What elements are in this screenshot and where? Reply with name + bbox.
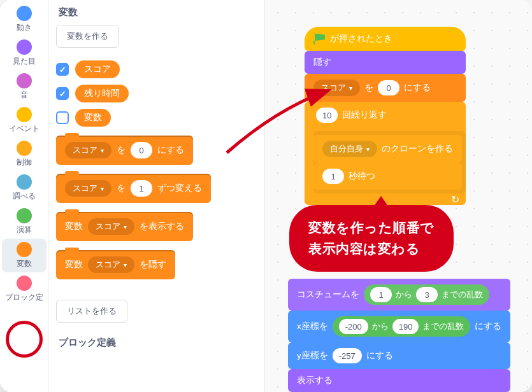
section-header-myblocks: ブロック定義: [59, 337, 257, 349]
make-list-button[interactable]: リストを作る: [56, 300, 127, 323]
block-set-variable[interactable]: スコア を 0 にする: [56, 136, 257, 165]
number-input[interactable]: 0: [131, 142, 152, 158]
block-show[interactable]: 表示する: [288, 369, 510, 392]
block-set-variable[interactable]: スコア を 0 にする: [305, 74, 466, 102]
block-create-clone[interactable]: 自分自身 のクローンを作る: [313, 135, 462, 163]
number-input[interactable]: -257: [333, 348, 362, 363]
variable-chip[interactable]: 変数: [75, 109, 111, 127]
variable-row: ✓ スコア: [56, 60, 257, 78]
block-when-flag-clicked[interactable]: が押されたとき: [305, 27, 466, 51]
block-palette: 変数 変数を作る ✓ スコア ✓ 残り時間 変数 スコア を 0 にする スコア…: [48, 0, 265, 392]
category-sensing[interactable]: 調べる: [2, 171, 47, 205]
variable-dropdown[interactable]: スコア: [313, 80, 360, 96]
variable-chip[interactable]: 残り時間: [75, 85, 129, 102]
category-variables[interactable]: 変数: [2, 239, 47, 272]
loop-arrow-icon: ↻: [451, 193, 459, 200]
block-wait[interactable]: 1 秒待つ: [313, 163, 462, 190]
category-looks[interactable]: 見た目: [2, 36, 47, 70]
category-control[interactable]: 制御: [2, 137, 47, 171]
block-repeat[interactable]: 10 回繰り返す 自分自身 のクローンを作る 1 秒待つ ↻: [305, 102, 466, 205]
number-input[interactable]: 1: [322, 169, 344, 184]
operator-random[interactable]: -200 から 190 までの乱数: [333, 316, 471, 337]
number-input[interactable]: 1: [131, 180, 152, 197]
category-sound[interactable]: 音: [2, 70, 47, 104]
variable-dropdown[interactable]: スコア: [65, 180, 111, 197]
block-show-variable[interactable]: 変数 スコア を表示する: [56, 212, 257, 241]
category-myblocks[interactable]: ブロック定: [2, 272, 47, 306]
category-motion[interactable]: 動き: [2, 3, 47, 36]
category-operators[interactable]: 演算: [2, 205, 47, 239]
variable-checkbox[interactable]: [56, 111, 69, 124]
variable-dropdown[interactable]: スコア: [65, 142, 111, 158]
category-sidebar: 動き 見た目 音 イベント 制御 調べる 演算 変数 ブロック定: [0, 0, 48, 392]
block-change-variable[interactable]: スコア を 1 ずつ変える: [56, 174, 257, 203]
variable-row: ✓ 残り時間: [56, 85, 257, 102]
variable-checkbox[interactable]: ✓: [56, 63, 69, 76]
block-switch-costume[interactable]: コスチュームを 1 から 3 までの乱数: [288, 279, 510, 311]
variable-dropdown[interactable]: スコア: [88, 218, 134, 235]
variable-checkbox[interactable]: ✓: [56, 87, 69, 100]
make-variable-button[interactable]: 変数を作る: [56, 25, 119, 48]
script-stack[interactable]: が押されたとき 隠す スコア を 0 にする 10 回繰り返す 自分自身 のクロ…: [305, 27, 466, 205]
block-set-x[interactable]: x座標を -200 から 190 までの乱数 にする: [288, 311, 510, 342]
block-set-y[interactable]: y座標を -257 にする: [288, 342, 510, 369]
section-header-variables: 変数: [59, 6, 257, 18]
clone-target-dropdown[interactable]: 自分自身: [322, 141, 377, 157]
green-flag-icon: [313, 33, 325, 45]
variable-dropdown[interactable]: スコア: [88, 256, 134, 273]
variable-row: 変数: [56, 109, 257, 127]
variable-chip[interactable]: スコア: [75, 60, 120, 78]
number-input[interactable]: 0: [378, 80, 399, 95]
category-events[interactable]: イベント: [2, 104, 47, 137]
block-hide[interactable]: 隠す: [305, 51, 466, 74]
number-input[interactable]: 10: [316, 108, 338, 123]
operator-random[interactable]: 1 から 3 までの乱数: [364, 284, 489, 305]
scripts-workspace[interactable]: が押されたとき 隠す スコア を 0 にする 10 回繰り返す 自分自身 のクロ…: [265, 0, 532, 392]
block-hide-variable[interactable]: 変数 スコア を隠す: [56, 250, 257, 279]
annotation-bubble: 変数を作った順番で 表示内容は変わる: [289, 205, 454, 272]
annotation-circle: [6, 321, 43, 358]
script-stack[interactable]: コスチュームを 1 から 3 までの乱数 x座標を -200 から 190 まで…: [288, 279, 510, 392]
